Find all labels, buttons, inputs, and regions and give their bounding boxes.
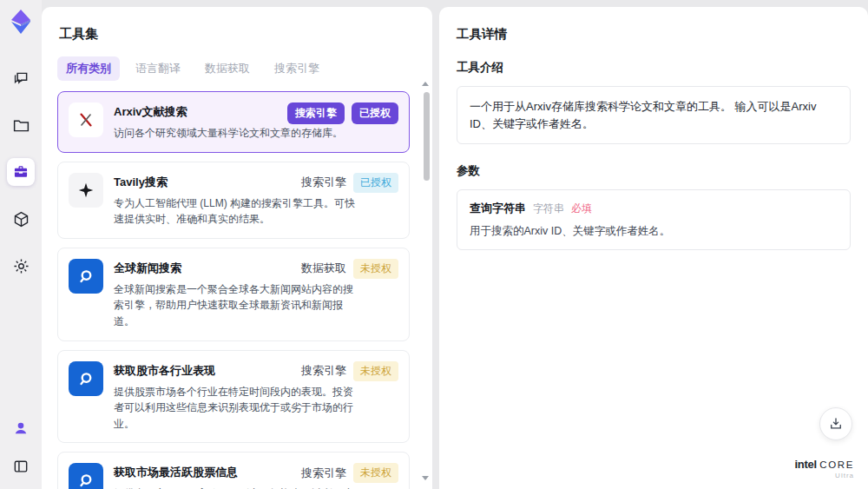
app-logo bbox=[8, 9, 34, 35]
tool-description: 提供股票市场各个行业在特定时间段内的表现。投资者可以利用这些信息来识别表现优于或… bbox=[114, 384, 358, 433]
tool-card-sector-performance[interactable]: 获取股市各行业表现 提供股票市场各个行业在特定时间段内的表现。投资者可以利用这些… bbox=[57, 350, 410, 444]
folder-icon[interactable] bbox=[7, 111, 35, 139]
download-button[interactable] bbox=[819, 407, 852, 440]
tool-description: 专为人工智能代理 (LLM) 构建的搜索引擎工具。可快速提供实时、准确和真实的结… bbox=[114, 195, 358, 228]
tab-all-categories[interactable]: 所有类别 bbox=[57, 56, 120, 81]
tool-detail-panel: 工具详情 工具介绍 一个用于从Arxiv存储库搜索科学论文和文章的工具。 输入可… bbox=[439, 7, 868, 489]
param-type: 字符串 bbox=[533, 202, 564, 216]
status-badge: 未授权 bbox=[353, 463, 398, 483]
brand-intel-text: intel bbox=[795, 458, 817, 471]
blue-search-logo-icon bbox=[69, 361, 103, 396]
toolbox-icon[interactable] bbox=[7, 158, 35, 186]
blue-search-logo-icon bbox=[69, 259, 103, 294]
brand-core-text: core bbox=[819, 459, 854, 470]
scrollbar-thumb[interactable] bbox=[424, 92, 430, 181]
param-box: 查询字符串 字符串 必填 用于搜索的Arxiv ID、关键字或作者姓名。 bbox=[457, 189, 851, 250]
scroll-down-arrow-icon[interactable] bbox=[422, 476, 429, 480]
tool-card-global-news[interactable]: 全球新闻搜索 全球新闻搜索是一个聚合全球各大新闻网站内容的搜索引擎，帮助用户快速… bbox=[57, 248, 410, 341]
tool-list: Arxiv文献搜索 访问各个研究领域大量科学论文和文章的存储库。 搜索引擎 已授… bbox=[57, 91, 410, 489]
category-label: 数据获取 bbox=[301, 261, 346, 276]
status-badge: 未授权 bbox=[353, 361, 398, 381]
scroll-up-arrow-icon[interactable] bbox=[422, 82, 429, 86]
page-title: 工具集 bbox=[59, 26, 420, 43]
tool-card-tavily[interactable]: Tavily搜索 专为人工智能代理 (LLM) 构建的搜索引擎工具。可快速提供实… bbox=[57, 162, 410, 239]
tab-data-acquisition[interactable]: 数据获取 bbox=[196, 56, 259, 81]
sparkle-logo-icon bbox=[69, 173, 103, 208]
params-heading: 参数 bbox=[457, 163, 851, 179]
category-label: 搜索引擎 bbox=[301, 466, 346, 481]
detail-title: 工具详情 bbox=[457, 26, 851, 43]
param-required-flag: 必填 bbox=[571, 202, 592, 216]
tool-list-panel: 工具集 所有类别 语言翻译 数据获取 搜索引擎 Arxiv文献搜索 访问各个研究… bbox=[42, 7, 432, 489]
blue-search-logo-icon bbox=[69, 463, 103, 489]
brand-ultra-text: Ultra bbox=[795, 472, 855, 480]
category-label: 搜索引擎 bbox=[301, 363, 346, 379]
category-tabs: 所有类别 语言翻译 数据获取 搜索引擎 bbox=[57, 56, 420, 81]
tool-card-active-stocks[interactable]: 获取市场最活跃股票信息 提供当天交易量最高的股票列表，投资者可以利用这些信息来识… bbox=[57, 452, 410, 489]
intro-box: 一个用于从Arxiv存储库搜索科学论文和文章的工具。 输入可以是Arxiv ID… bbox=[457, 86, 851, 144]
param-name: 查询字符串 bbox=[470, 201, 526, 216]
download-icon bbox=[828, 416, 844, 432]
tab-search-engine[interactable]: 搜索引擎 bbox=[266, 56, 328, 81]
category-badge[interactable]: 搜索引擎 bbox=[287, 102, 345, 124]
tool-description: 全球新闻搜索是一个聚合全球各大新闻网站内容的搜索引擎，帮助用户快速获取全球最新资… bbox=[114, 281, 358, 330]
cube-icon[interactable] bbox=[7, 205, 35, 233]
intel-core-logo: intel core Ultra bbox=[795, 459, 855, 480]
tool-card-arxiv[interactable]: Arxiv文献搜索 访问各个研究领域大量科学论文和文章的存储库。 搜索引擎 已授… bbox=[57, 91, 410, 153]
status-badge: 已授权 bbox=[353, 173, 398, 193]
tab-language-translation[interactable]: 语言翻译 bbox=[127, 56, 189, 81]
chat-icon[interactable] bbox=[7, 64, 35, 92]
user-icon[interactable] bbox=[7, 414, 35, 442]
tool-description: 提供当天交易量最高的股票列表，投资者可以利用这些信息来识别流动性强的股票和潜在的… bbox=[114, 486, 358, 489]
category-label: 搜索引擎 bbox=[301, 175, 346, 190]
tool-description: 访问各个研究领域大量科学论文和文章的存储库。 bbox=[114, 125, 358, 142]
panel-toggle-icon[interactable] bbox=[7, 453, 35, 480]
param-description: 用于搜索的Arxiv ID、关键字或作者姓名。 bbox=[470, 224, 838, 239]
app-sidebar bbox=[0, 0, 42, 489]
intro-heading: 工具介绍 bbox=[457, 60, 851, 76]
arxiv-logo-icon bbox=[69, 102, 103, 137]
status-badge[interactable]: 已授权 bbox=[352, 102, 398, 124]
settings-icon[interactable] bbox=[7, 252, 35, 280]
status-badge: 未授权 bbox=[353, 259, 398, 279]
